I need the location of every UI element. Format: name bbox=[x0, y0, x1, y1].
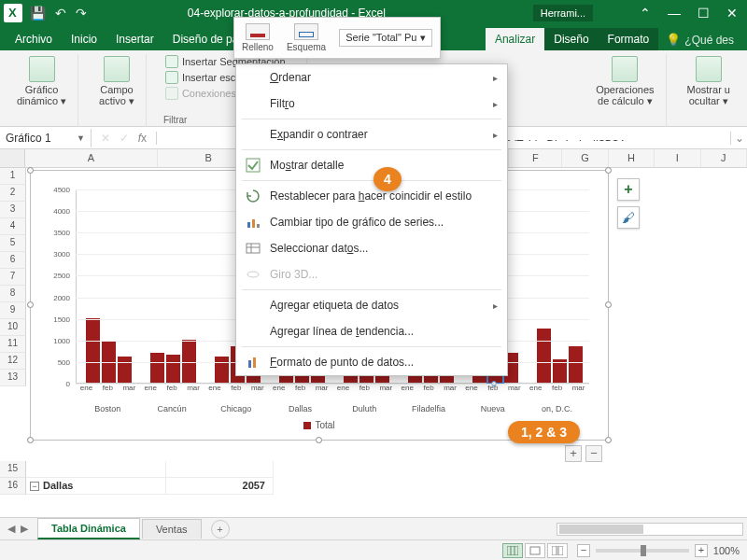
formula-expand-icon[interactable]: ⌄ bbox=[730, 132, 747, 145]
row-12-header[interactable]: 12 bbox=[0, 353, 26, 370]
resize-handle[interactable] bbox=[316, 437, 322, 443]
mini-fill-button[interactable]: Relleno bbox=[242, 23, 274, 52]
mini-outline-button[interactable]: Esquema bbox=[287, 23, 326, 52]
row-16-header[interactable]: 16 bbox=[0, 478, 26, 495]
cell-A15[interactable] bbox=[26, 461, 166, 478]
qat-undo-icon[interactable]: ↶ bbox=[55, 6, 66, 21]
minimize-icon[interactable]: — bbox=[668, 6, 681, 21]
ctx-cambiar-tipo-grafico[interactable]: Cambiar tipo de gráfico de series... bbox=[236, 209, 507, 235]
ctx-expandir-contraer[interactable]: Expandir o contraer▸ bbox=[236, 121, 507, 147]
svg-rect-15 bbox=[558, 546, 563, 555]
row-3-header[interactable]: 3 bbox=[0, 202, 26, 218]
view-page-layout-button[interactable] bbox=[525, 543, 545, 558]
sheet-nav-first-icon[interactable]: ◀ bbox=[7, 523, 15, 535]
ctx-ordenar[interactable]: Ordenar▸ bbox=[236, 64, 507, 91]
ctx-agregar-etiqueta[interactable]: Agregar etiqueta de datos▸ bbox=[236, 292, 507, 318]
col-F[interactable]: F bbox=[509, 149, 562, 167]
name-box[interactable]: Gráfico 1 ▼ bbox=[0, 129, 92, 147]
row-7-header[interactable]: 7 bbox=[0, 269, 26, 286]
resize-handle[interactable] bbox=[27, 167, 34, 174]
chart-bar[interactable] bbox=[166, 355, 180, 383]
row-11-header[interactable]: 11 bbox=[0, 336, 26, 353]
ctx-formato-punto[interactable]: Formato de punto de datos... bbox=[236, 349, 507, 375]
cell-B15[interactable] bbox=[166, 461, 274, 478]
row-2-header[interactable]: 2 bbox=[0, 185, 26, 202]
chart-bar[interactable] bbox=[150, 353, 164, 383]
tab-diseno[interactable]: Diseño bbox=[544, 28, 598, 50]
close-icon[interactable]: ✕ bbox=[726, 6, 738, 21]
fx-icon[interactable]: fx bbox=[138, 132, 147, 145]
horizontal-scrollbar[interactable] bbox=[557, 523, 743, 536]
row-8-header[interactable]: 8 bbox=[0, 286, 26, 302]
tell-me[interactable]: 💡 ¿Qué des bbox=[658, 29, 741, 50]
mostrar-ocultar-button[interactable]: Mostrar u ocultar ▾ bbox=[684, 54, 734, 109]
cell-A16[interactable]: −Dallas bbox=[26, 478, 166, 495]
tab-analizar[interactable]: Analizar bbox=[486, 28, 544, 50]
tab-archivo[interactable]: Archivo bbox=[6, 28, 62, 50]
cancel-formula-icon[interactable]: ✕ bbox=[101, 132, 110, 145]
data-row-15[interactable]: 15 bbox=[0, 461, 747, 478]
ctx-mostrar-detalle[interactable]: Mostrar detalle bbox=[236, 152, 507, 178]
row-6-header[interactable]: 6 bbox=[0, 252, 26, 269]
scrollbar-thumb[interactable] bbox=[559, 525, 643, 534]
sheet-tab-ventas[interactable]: Ventas bbox=[142, 519, 202, 539]
tab-inicio[interactable]: Inicio bbox=[62, 28, 106, 50]
chart-bar[interactable] bbox=[118, 357, 132, 383]
operaciones-calculo-button[interactable]: Operaciones de cálculo ▾ bbox=[592, 54, 657, 109]
data-row-16[interactable]: 16 −Dallas 2057 bbox=[0, 478, 747, 495]
view-normal-button[interactable] bbox=[502, 543, 523, 558]
zoom-out-button[interactable]: − bbox=[577, 544, 590, 557]
qat-redo-icon[interactable]: ↷ bbox=[76, 6, 87, 21]
select-all-corner[interactable] bbox=[0, 149, 25, 167]
resize-handle[interactable] bbox=[605, 167, 612, 174]
row-13-header[interactable]: 13 bbox=[0, 370, 26, 386]
col-I[interactable]: I bbox=[655, 149, 700, 167]
resize-handle[interactable] bbox=[27, 437, 34, 443]
chart-collapse-button[interactable]: − bbox=[585, 445, 602, 462]
name-box-dropdown-icon[interactable]: ▼ bbox=[77, 133, 85, 143]
outline-collapse-icon[interactable]: − bbox=[30, 482, 39, 491]
new-sheet-button[interactable]: + bbox=[211, 520, 230, 539]
col-A[interactable]: A bbox=[25, 149, 158, 167]
row-10-header[interactable]: 10 bbox=[0, 319, 26, 336]
grafico-dinamico-button[interactable]: Gráfico dinámico ▾ bbox=[13, 54, 70, 109]
zoom-in-button[interactable]: + bbox=[695, 544, 708, 557]
mini-series-selector[interactable]: Serie "Total" Pu ▾ bbox=[339, 29, 432, 47]
row-4-header[interactable]: 4 bbox=[0, 218, 26, 235]
ctx-seleccionar-datos[interactable]: Seleccionar datos... bbox=[236, 235, 507, 261]
zoom-thumb[interactable] bbox=[641, 545, 646, 556]
sheet-nav-last-icon[interactable]: ▶ bbox=[21, 523, 28, 535]
chart-styles-button[interactable]: 🖌 bbox=[617, 206, 640, 229]
sheet-tab-tabla-dinamica[interactable]: Tabla Dinámica bbox=[37, 518, 140, 539]
col-J[interactable]: J bbox=[701, 149, 747, 167]
tab-formato[interactable]: Formato bbox=[599, 28, 659, 50]
chart-bar[interactable] bbox=[215, 357, 229, 383]
ribbon-options-icon[interactable]: ⌃ bbox=[640, 6, 651, 21]
ctx-agregar-tendencia[interactable]: Agregar línea de tendencia... bbox=[236, 318, 507, 344]
qat-save-icon[interactable]: 💾 bbox=[30, 6, 46, 21]
enter-formula-icon[interactable]: ✓ bbox=[120, 132, 129, 145]
cell-B16[interactable]: 2057 bbox=[166, 478, 274, 495]
chart-bar[interactable] bbox=[569, 346, 583, 383]
ctx-restablecer-estilo[interactable]: Restablecer para hacer coincidir el esti… bbox=[236, 183, 507, 209]
zoom-value[interactable]: 100% bbox=[713, 545, 740, 556]
row-9-header[interactable]: 9 bbox=[0, 302, 26, 319]
row-5-header[interactable]: 5 bbox=[0, 235, 26, 252]
row-15-header[interactable]: 15 bbox=[0, 461, 26, 478]
col-G[interactable]: G bbox=[562, 149, 608, 167]
resize-handle[interactable] bbox=[605, 437, 612, 443]
resize-handle[interactable] bbox=[605, 301, 612, 308]
campo-activo-button[interactable]: Campo activo ▾ bbox=[95, 54, 138, 109]
chart-bar[interactable] bbox=[86, 318, 100, 383]
col-H[interactable]: H bbox=[609, 149, 655, 167]
chart-bar[interactable] bbox=[537, 329, 551, 383]
chart-expand-button[interactable]: + bbox=[565, 445, 582, 462]
chart-elements-button[interactable]: + bbox=[617, 178, 640, 201]
resize-handle[interactable] bbox=[27, 301, 34, 308]
maximize-icon[interactable]: ☐ bbox=[698, 6, 710, 21]
tab-insertar[interactable]: Insertar bbox=[106, 28, 163, 50]
view-page-break-button[interactable] bbox=[547, 543, 568, 558]
ctx-filtro[interactable]: Filtro▸ bbox=[236, 91, 507, 117]
zoom-slider[interactable] bbox=[596, 549, 689, 553]
row-1-header[interactable]: 1 bbox=[0, 168, 26, 185]
